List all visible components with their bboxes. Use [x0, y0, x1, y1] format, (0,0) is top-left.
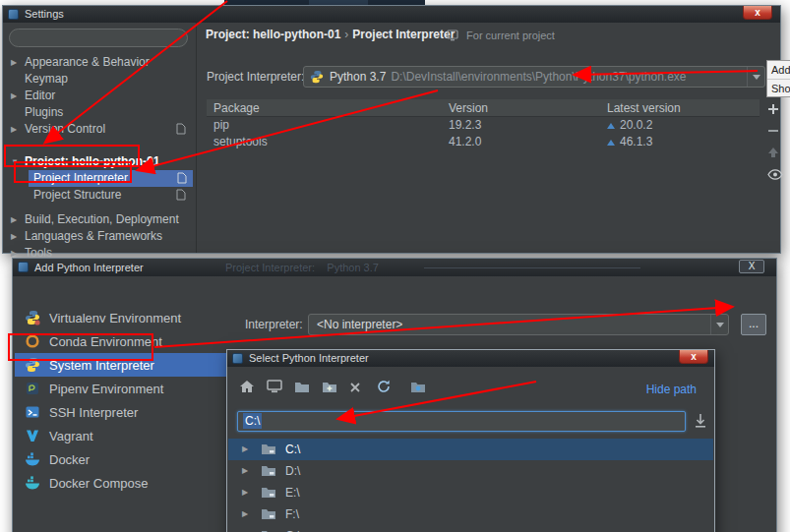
chevron-right-icon: ▶ [242, 525, 248, 532]
select-interpreter-titlebar[interactable]: Select Python Interpreter x [227, 350, 714, 367]
list-item-ssh[interactable]: SSH Interpreter [15, 400, 237, 424]
uninstall-package-button[interactable] [767, 123, 785, 143]
sidebar-item-label: Project Structure [33, 188, 121, 202]
list-item-virtualenv[interactable]: Virtualenv Environment [15, 306, 237, 329]
list-item-pipenv[interactable]: Pipenv Environment [15, 377, 237, 400]
sidebar-item-keymap[interactable]: Keymap [3, 71, 195, 88]
sidebar-item-project-hello-python-01[interactable]: ▼Project: hello-python-01 [3, 153, 195, 170]
column-latest-version: Latest version [607, 99, 681, 117]
list-item-label: SSH Interpreter [49, 405, 138, 420]
tree-row-drive-d[interactable]: ▶D:\ [228, 460, 713, 482]
tree-row-drive-g[interactable]: ▶G:\ [228, 525, 713, 532]
sidebar-item-version-control[interactable]: ▶Version Control [3, 121, 195, 138]
package-latest: 46.1.3 [607, 134, 652, 150]
settings-tree: ▶Appearance & Behavior Keymap ▶Editor Pl… [3, 54, 195, 262]
sidebar-item-plugins[interactable]: Plugins [3, 104, 195, 121]
list-item-conda[interactable]: Conda Environment [15, 329, 237, 353]
upgrade-arrow-icon [607, 123, 615, 129]
settings-titlebar[interactable]: Settings x [3, 6, 780, 23]
sidebar-item-languages-frameworks[interactable]: ▶Languages & Frameworks [3, 228, 195, 245]
close-icon[interactable]: x [679, 350, 708, 364]
scope-indicator: For current project [447, 30, 555, 41]
desktop-directory-button[interactable] [267, 380, 288, 399]
column-package: Package [213, 99, 260, 117]
breadcrumb-page: Project Interpreter [352, 28, 455, 41]
sidebar-item-project-structure[interactable]: Project Structure [3, 187, 195, 204]
combo-dropdown-zone[interactable] [710, 315, 728, 334]
tree-row-drive-f[interactable]: ▶F:\ [228, 503, 713, 525]
virtualenv-icon [25, 310, 40, 325]
list-item-vagrant[interactable]: Vagrant [15, 424, 237, 447]
current-project-icon [447, 30, 458, 41]
refresh-button[interactable] [377, 380, 398, 399]
settings-search-input[interactable] [9, 29, 188, 47]
new-folder-button[interactable] [322, 380, 343, 399]
interpreter-field-label: Interpreter: [245, 314, 303, 335]
module-directory-button[interactable] [294, 380, 316, 399]
select-interpreter-window-title: Select Python Interpreter [249, 352, 369, 364]
docker-icon [25, 451, 40, 467]
sidebar-item-project-interpreter[interactable]: Project Interpreter [29, 170, 193, 187]
list-item-label: Docker Compose [49, 476, 148, 491]
upgrade-package-button[interactable] [767, 145, 785, 164]
sidebar-item-build-execution-deployment[interactable]: ▶Build, Execution, Deployment [3, 211, 195, 228]
show-all-menu-item[interactable]: Show A [767, 79, 790, 96]
hide-path-link[interactable]: Hide path [646, 383, 697, 396]
list-item-system-interpreter[interactable]: System Interpreter [15, 353, 237, 377]
per-project-badge-icon [176, 123, 186, 135]
tree-spacer [3, 138, 195, 153]
project-interpreter-combobox[interactable]: Python 3.7D:\DevInstall\environments\Pyt… [303, 66, 765, 88]
close-icon[interactable]: X [739, 260, 764, 273]
drive-label: F:\ [285, 503, 299, 525]
tree-row-drive-e[interactable]: ▶E:\ [228, 482, 713, 503]
close-icon[interactable]: x [743, 6, 772, 20]
project-dir-icon [410, 381, 426, 393]
chevron-right-icon: ▶ [242, 503, 248, 525]
drive-icon [261, 464, 276, 477]
package-table: Package Version Latest version pip 19.2.… [207, 99, 760, 150]
load-path-icon [694, 413, 707, 429]
sidebar-item-editor[interactable]: ▶Editor [3, 88, 195, 104]
delete-button[interactable] [349, 380, 371, 399]
vagrant-icon [25, 428, 40, 443]
list-item-label: Docker [49, 452, 90, 467]
package-toolbar [767, 101, 787, 188]
sidebar-item-label: Languages & Frameworks [25, 229, 162, 243]
home-directory-button[interactable] [239, 380, 261, 399]
list-item-label: System Interpreter [49, 358, 154, 373]
install-package-button[interactable] [767, 101, 785, 121]
settings-content: Project: hello-python-01›Project Interpr… [198, 23, 780, 253]
combo-dropdown-zone[interactable] [747, 67, 764, 87]
project-directory-button[interactable] [410, 380, 432, 399]
chevron-right-icon: ▶ [11, 54, 23, 71]
add-interpreter-menu-item[interactable]: Add... [767, 61, 790, 79]
browse-button[interactable]: ... [741, 314, 766, 335]
load-path-button[interactable] [694, 413, 707, 429]
new-folder-icon [322, 381, 337, 393]
tree-row-drive-c[interactable]: ▶C:\ [228, 439, 713, 460]
path-input[interactable]: C:\ [237, 411, 686, 432]
interpreter-combobox-value: <No interpreter> [317, 318, 402, 331]
package-name: pip [213, 117, 229, 134]
sidebar-item-appearance[interactable]: ▶Appearance & Behavior [3, 54, 195, 71]
latest-version-value: 46.1.3 [620, 135, 652, 148]
sidebar-item-label: Plugins [25, 105, 63, 119]
interpreter-combobox[interactable]: <No interpreter> [308, 314, 729, 335]
table-row[interactable]: setuptools 41.2.0 46.1.3 [207, 134, 760, 150]
list-item-docker-compose[interactable]: Docker Compose [15, 471, 237, 495]
table-row[interactable]: pip 19.2.3 20.0.2 [207, 117, 760, 134]
delete-icon [349, 382, 361, 393]
folder-icon [294, 381, 310, 393]
list-item-docker[interactable]: Docker [15, 447, 237, 471]
package-name: setuptools [213, 134, 268, 150]
package-table-header: Package Version Latest version [207, 99, 760, 117]
sidebar-item-label: Build, Execution, Deployment [25, 212, 179, 226]
eye-icon[interactable] [767, 166, 785, 186]
list-item-label: Pipenv Environment [49, 382, 163, 396]
chevron-down-icon: ▼ [11, 153, 23, 170]
settings-window: Settings x ▶Appearance & Behavior Keymap… [2, 5, 781, 254]
settings-window-title: Settings [25, 8, 64, 20]
drive-tree: ▶C:\ ▶D:\ ▶E:\ ▶F:\ ▶G:\ [228, 439, 713, 532]
add-interpreter-titlebar[interactable]: Add Python Interpreter Project Interpret… [13, 259, 776, 276]
package-latest: 20.0.2 [607, 117, 652, 134]
